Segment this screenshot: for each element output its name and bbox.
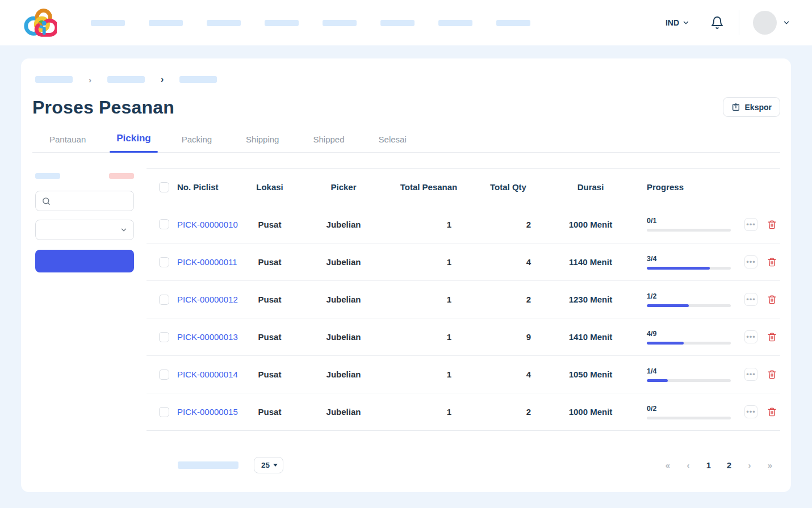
progress-label: 0/2 [647, 405, 656, 413]
search-input[interactable] [56, 197, 128, 205]
tab-selesai[interactable]: Selesai [362, 129, 424, 152]
progress-label: 1/4 [647, 367, 656, 375]
total-pesanan-value: 1 [389, 332, 468, 342]
export-button[interactable]: Ekspor [723, 97, 780, 117]
trash-icon [767, 294, 777, 305]
nav-item-placeholder[interactable] [91, 20, 125, 26]
row-checkbox[interactable] [159, 370, 169, 380]
total-qty-value: 2 [468, 295, 548, 304]
content-card: › › Proses Pesanan Ekspor Pantauan Picki… [21, 58, 791, 492]
nav-item-placeholder[interactable] [323, 20, 357, 26]
piclist-link[interactable]: PICK-00000010 [177, 220, 238, 229]
breadcrumb-placeholder[interactable] [179, 76, 217, 83]
table-row: PICK-00000011 Pusat Jubelian 1 4 1140 Me… [147, 243, 780, 280]
prev-page-button[interactable]: ‹ [680, 457, 696, 473]
table-row: PICK-00000013 Pusat Jubelian 1 9 1410 Me… [147, 318, 780, 355]
row-checkbox[interactable] [159, 219, 169, 229]
tab-pantauan[interactable]: Pantauan [32, 129, 103, 152]
row-delete-button[interactable] [767, 331, 777, 342]
bell-icon [710, 16, 724, 30]
picker-value: Jubelian [298, 295, 389, 304]
search-icon [41, 196, 51, 206]
total-pesanan-value: 1 [389, 407, 468, 417]
nav-item-placeholder[interactable] [265, 20, 299, 26]
ellipsis-icon: ••• [746, 296, 756, 303]
durasi-value: 1050 Menit [548, 370, 633, 379]
search-box[interactable] [35, 191, 134, 211]
nav-item-placeholder[interactable] [149, 20, 183, 26]
tab-shipping[interactable]: Shipping [229, 129, 296, 152]
row-delete-button[interactable] [767, 406, 777, 417]
col-progress: Progress [633, 182, 735, 192]
select-all-checkbox[interactable] [159, 182, 169, 192]
last-page-button[interactable]: » [762, 457, 778, 473]
tab-picking[interactable]: Picking [103, 128, 164, 152]
row-checkbox[interactable] [159, 407, 169, 417]
nav-item-placeholder[interactable] [438, 20, 472, 26]
picker-value: Jubelian [298, 220, 389, 229]
vertical-divider [739, 10, 739, 35]
row-more-button[interactable]: ••• [744, 255, 757, 268]
row-delete-button[interactable] [767, 369, 777, 380]
filter-select[interactable] [35, 220, 134, 240]
durasi-value: 1140 Menit [548, 257, 633, 267]
row-more-button[interactable]: ••• [744, 405, 757, 418]
notifications-button[interactable] [710, 16, 724, 30]
tab-shipped[interactable]: Shipped [296, 129, 361, 152]
user-menu[interactable] [753, 11, 790, 35]
row-more-button[interactable]: ••• [744, 368, 757, 381]
trash-icon [767, 257, 777, 267]
row-checkbox[interactable] [159, 257, 169, 267]
chevron-right-icon: › [89, 75, 91, 85]
breadcrumb-placeholder[interactable] [107, 76, 145, 83]
row-checkbox[interactable] [159, 295, 169, 305]
chevron-down-icon [120, 226, 128, 234]
col-total-pesanan: Total Pesanan [389, 182, 468, 192]
row-more-button[interactable]: ••• [744, 330, 757, 343]
page-button-2[interactable]: 2 [721, 457, 737, 473]
chevron-down-icon [782, 19, 790, 27]
breadcrumb-placeholder[interactable] [35, 76, 73, 83]
piclist-link[interactable]: PICK-00000012 [177, 295, 238, 304]
nav-skeleton [91, 20, 665, 26]
piclist-link[interactable]: PICK-00000011 [177, 257, 237, 267]
language-selector[interactable]: IND [665, 18, 690, 27]
next-page-button[interactable]: › [742, 457, 757, 473]
avatar[interactable] [753, 11, 777, 35]
total-qty-value: 9 [468, 332, 548, 342]
col-total-qty: Total Qty [468, 182, 548, 192]
piclist-link[interactable]: PICK-00000014 [177, 370, 238, 379]
ellipsis-icon: ••• [746, 221, 756, 228]
table-row: PICK-00000010 Pusat Jubelian 1 2 1000 Me… [147, 205, 780, 243]
row-more-button[interactable]: ••• [744, 293, 757, 306]
durasi-value: 1000 Menit [548, 220, 633, 229]
row-delete-button[interactable] [767, 219, 777, 230]
title-row: Proses Pesanan Ekspor [32, 97, 780, 118]
row-checkbox[interactable] [159, 332, 169, 342]
durasi-value: 1410 Menit [548, 332, 633, 342]
page-size-select[interactable]: 25 [254, 457, 283, 473]
page-button-1[interactable]: 1 [701, 457, 717, 473]
progress-label: 3/4 [647, 255, 656, 263]
nav-item-placeholder[interactable] [380, 20, 415, 26]
table-header-row: No. Piclist Lokasi Picker Total Pesanan … [147, 169, 780, 205]
row-delete-button[interactable] [767, 257, 777, 267]
ellipsis-icon: ••• [746, 258, 756, 266]
progress-bar [647, 342, 731, 345]
topbar-right: IND [665, 10, 790, 35]
nav-item-placeholder[interactable] [496, 20, 530, 26]
filter-label-placeholder [35, 173, 60, 179]
nav-item-placeholder[interactable] [207, 20, 241, 26]
reset-filter-placeholder[interactable] [109, 173, 134, 179]
row-delete-button[interactable] [767, 294, 777, 305]
piclist-link[interactable]: PICK-00000013 [177, 332, 238, 342]
apply-filter-button[interactable] [35, 250, 134, 272]
app-logo[interactable] [22, 5, 57, 40]
rows-info-placeholder [178, 461, 238, 469]
progress-fill [647, 267, 710, 270]
pagination: « ‹ 1 2 › » [660, 457, 778, 473]
tab-packing[interactable]: Packing [165, 129, 229, 152]
piclist-link[interactable]: PICK-00000015 [177, 407, 238, 417]
first-page-button[interactable]: « [660, 457, 676, 473]
row-more-button[interactable]: ••• [744, 218, 757, 231]
